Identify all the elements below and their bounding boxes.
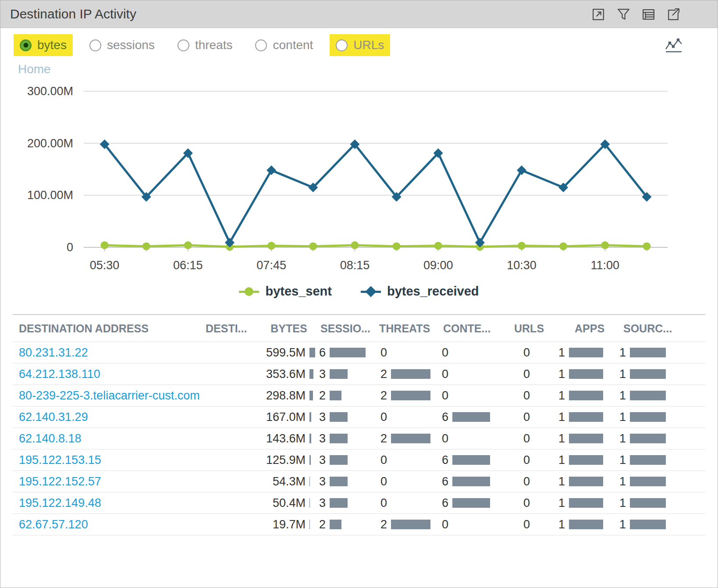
destination-address-link[interactable]: 195.122.152.57 [19,475,101,488]
breadcrumb-home-link[interactable]: Home [18,62,51,76]
legend-item-bytes_received[interactable]: bytes_received [361,284,479,299]
cell-value: 599.5M [263,346,306,360]
cell-value: 2 [377,389,387,403]
data-point-bytes_sent[interactable] [309,242,317,250]
maximize-icon[interactable] [591,7,606,21]
bytes-cell: 19.7M [263,514,315,535]
cell-value: 0 [519,518,530,531]
value-bar [330,498,348,508]
cell-value: 0 [519,453,530,467]
cell-value: 1 [615,367,626,381]
value-bar [330,391,341,400]
column-header-address[interactable]: DESTINATION ADDRESS [13,315,206,342]
value-bar [309,455,311,465]
radio-selected-icon [20,39,32,51]
data-point-bytes_sent[interactable] [184,241,192,249]
cell-value: 298.8M [263,389,306,403]
cell-value: 1 [615,346,626,360]
cell-value: 2 [377,367,387,381]
destination-user-cell [206,514,263,535]
sessions-cell: 6 [315,342,377,363]
export-icon[interactable] [666,7,681,21]
destination-address-cell: 80-239-225-3.teliacarrier-cust.com [13,385,206,406]
table-row: 195.122.149.4850.4M306011 [13,492,705,514]
column-header-content[interactable]: CONTE... [438,315,508,342]
content-cell: 6 [438,471,508,492]
cell-value: 1 [615,410,626,424]
value-bar [309,498,310,508]
data-point-bytes_sent[interactable] [142,242,150,250]
value-bar [330,434,348,443]
column-header-urls[interactable]: URLS [508,315,552,342]
table-row: 62.140.31.29167.0M306011 [13,406,705,428]
data-point-bytes_sent[interactable] [434,242,442,249]
data-point-bytes_sent[interactable] [351,241,359,249]
table-row: 80-239-225-3.teliacarrier-cust.com298.8M… [13,385,705,406]
data-point-bytes_received[interactable] [517,165,526,175]
column-header-threats[interactable]: THREATS [377,315,438,342]
column-header-sessions[interactable]: SESSIO... [315,315,377,342]
column-header-desti[interactable]: DESTI... [206,315,263,342]
data-point-bytes_sent[interactable] [267,242,275,249]
data-point-bytes_sent[interactable] [101,241,109,249]
sessions-cell: 3 [315,363,377,385]
destination-address-cell: 80.231.31.22 [13,342,206,363]
data-point-bytes_received[interactable] [267,165,276,175]
destination-address-link[interactable]: 62.140.8.18 [19,432,82,445]
radio-label: sessions [107,38,155,52]
destination-address-cell: 195.122.152.57 [13,471,206,492]
destination-address-cell: 195.122.153.15 [13,449,206,471]
sessions-cell: 3 [315,406,377,428]
radio-option-threats[interactable]: threats [171,34,239,56]
content-cell: 6 [438,406,508,428]
cell-value: 2 [315,389,326,403]
urls-cell: 0 [508,363,552,385]
value-bar [309,412,311,422]
data-point-bytes_sent[interactable] [393,242,401,250]
radio-option-content[interactable]: content [249,34,319,56]
threats-cell: 2 [377,385,438,406]
content-cell: 0 [438,428,508,449]
destination-user-cell [206,363,263,385]
chart-settings-icon[interactable] [664,37,683,53]
data-point-bytes_sent[interactable] [601,241,609,249]
cell-value: 54.3M [263,475,306,488]
destination-address-link[interactable]: 64.212.138.110 [19,367,100,381]
table-view-icon[interactable] [641,7,656,21]
line-chart: 0100.00M200.00M300.00M05:3006:1507:4508:… [0,78,702,283]
breadcrumb: Home [18,62,718,76]
data-point-bytes_sent[interactable] [643,242,650,250]
cell-value: 167.0M [263,410,306,424]
destination-user-cell [206,342,263,363]
cell-value: 1 [615,475,626,488]
filter-icon[interactable] [616,7,631,21]
value-bar [330,369,348,379]
destination-address-link[interactable]: 80.231.31.22 [19,346,88,359]
column-header-apps[interactable]: APPS [552,315,615,342]
legend-item-bytes_sent[interactable]: bytes_sent [239,284,332,299]
radio-option-bytes[interactable]: bytes [14,34,73,56]
value-bar [569,455,603,465]
cell-value: 6 [315,346,326,360]
data-point-bytes_sent[interactable] [518,242,526,249]
column-header-source[interactable]: SOURC... [615,315,705,342]
column-header-bytes[interactable]: BYTES [263,315,315,342]
destination-address-link[interactable]: 195.122.149.48 [19,496,101,510]
radio-option-urls[interactable]: URLs [330,34,390,56]
radio-unselected-icon [336,39,348,51]
destination-address-link[interactable]: 62.140.31.29 [19,410,88,424]
destination-address-link[interactable]: 80-239-225-3.teliacarrier-cust.com [19,389,200,402]
data-point-bytes_sent[interactable] [559,242,567,250]
radio-option-sessions[interactable]: sessions [83,34,161,56]
cell-value: 6 [438,496,448,510]
cell-value: 1 [554,346,565,360]
metric-toolbar: bytessessionsthreatscontentURLs [0,28,718,56]
table-header-row: DESTINATION ADDRESSDESTI...BYTESSESSIO..… [13,315,705,342]
cell-value: 2 [315,518,326,531]
x-axis-tick-label: 08:15 [340,259,370,272]
legend-label: bytes_sent [265,284,332,299]
value-bar [630,412,666,422]
destination-address-link[interactable]: 195.122.153.15 [19,453,101,467]
destination-address-link[interactable]: 62.67.57.120 [19,518,88,531]
value-bar [309,520,310,529]
